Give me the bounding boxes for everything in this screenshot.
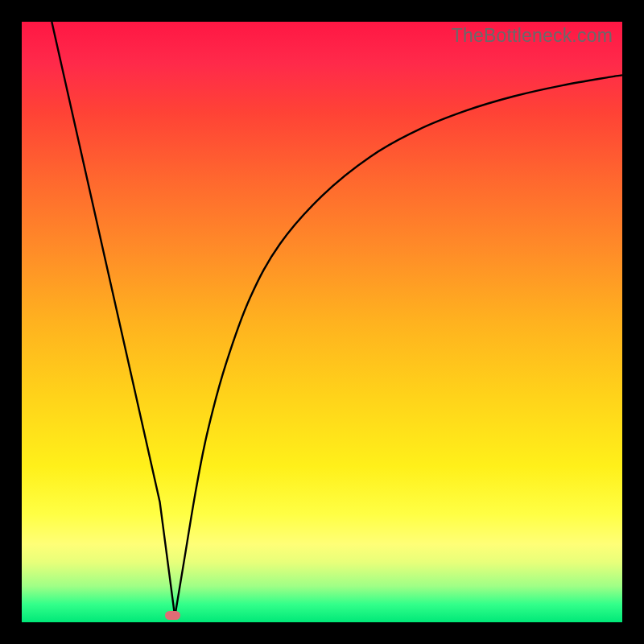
minimum-marker xyxy=(165,611,180,620)
plot-area: TheBottleneck.com xyxy=(22,22,622,622)
curve-right-branch xyxy=(175,75,622,616)
bottleneck-curve xyxy=(22,22,622,622)
curve-left-branch xyxy=(52,22,175,617)
